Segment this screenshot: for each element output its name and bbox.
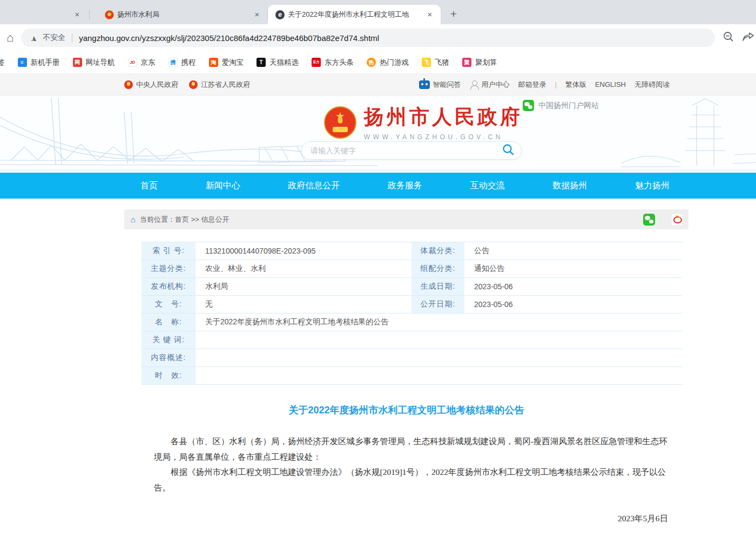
bookmark-label: 京东 (141, 58, 156, 67)
table-row: 发布机构: 水利局 生成日期: 2023-05-06 (141, 278, 683, 296)
bookmarks-bar: 机书签 ≡新机手册 网网址导航 JD京东 携携程 淘爱淘宝 T天猫精选 东方东方… (0, 51, 756, 74)
fliggy-bookmark-icon: 飞 (422, 58, 431, 67)
gov-emblem-icon (105, 10, 114, 19)
gov-link-label: 无障碍阅读 (634, 80, 670, 90)
meta-value: 关于2022年度扬州市水利工程文明工地考核结果的公告 (197, 314, 683, 331)
accessibility-link[interactable]: 无障碍阅读 (634, 80, 670, 90)
jiangsu-gov-link[interactable]: 江苏省人民政府 (189, 80, 250, 90)
breadcrumb: ⌂ 当前位置： 首页 >> 信息公开 (124, 209, 688, 229)
nav-data[interactable]: 数据扬州 (552, 173, 587, 199)
nav-services[interactable]: 政务服务 (388, 173, 422, 199)
smart-qa-link[interactable]: 智能问答 (419, 80, 461, 90)
close-icon[interactable]: × (424, 9, 435, 20)
table-row: 时 效: (141, 367, 683, 385)
warning-icon[interactable]: ▲! (30, 33, 39, 43)
table-row: 内容概述: (141, 349, 683, 367)
meta-value: 水利局 (197, 278, 410, 296)
home-icon[interactable]: ⌂ (131, 215, 136, 224)
browser-toolbar: ⌂ ▲! 不安全 yangzhou.gov.cn/yzszxxgk/slj/20… (0, 24, 756, 51)
bookmark-item[interactable]: 携携程 (168, 58, 196, 67)
site-logo[interactable]: 扬州市人民政府 WWW.YANGZHOU.GOV.CN (324, 104, 523, 141)
bookmark-item[interactable]: 飞飞猪 (422, 58, 449, 67)
bookmark-item[interactable]: 淘爱淘宝 (209, 58, 244, 67)
tab-active-announcement[interactable]: 关于2022年度扬州市水利工程文明工地 × (268, 5, 441, 24)
nav-site-bookmark-icon: 网 (73, 58, 82, 67)
home-icon[interactable]: ⌂ (6, 31, 14, 45)
table-row: 文 号: 无 公开日期: 2023-05-06 (141, 296, 683, 314)
search-icon[interactable] (502, 143, 515, 158)
bookmark-item[interactable]: ≡新机手册 (18, 58, 60, 67)
nav-charm[interactable]: 魅力扬州 (635, 173, 670, 199)
primary-nav: 首页 新闻中心 政府信息公开 政务服务 互动交流 数据扬州 魅力扬州 (0, 173, 756, 199)
user-icon (470, 80, 478, 89)
site-url: WWW.YANGZHOU.GOV.CN (364, 133, 523, 141)
bookmark-label: 热门游戏 (380, 58, 409, 67)
traditional-chinese-link[interactable]: 繁体版 (565, 80, 586, 90)
search-input[interactable] (310, 146, 502, 155)
share-icon[interactable] (742, 31, 755, 45)
browser-logo-icon (275, 10, 285, 19)
english-link[interactable]: ENGLISH (595, 80, 626, 88)
bookmark-item[interactable]: T天猫精选 (256, 58, 299, 67)
bookmark-label: 爱淘宝 (222, 58, 244, 67)
wechat-share-icon[interactable] (643, 214, 655, 226)
meta-value (197, 367, 683, 385)
meta-value: 无 (197, 296, 410, 314)
weibo-share-icon[interactable] (671, 214, 683, 226)
tab-partial[interactable]: × (0, 5, 97, 24)
meta-value: 2023-05-06 (465, 278, 681, 296)
portal-link[interactable]: 中国扬州门户网站 (523, 100, 599, 111)
toutiao-bookmark-icon: 东方 (312, 58, 321, 67)
bookmark-item[interactable]: 网网址导航 (73, 58, 115, 67)
meta-label: 主题分类: (141, 260, 197, 278)
bookmark-item[interactable]: 热热门游戏 (367, 58, 409, 67)
separator: | (555, 80, 557, 88)
gov-link-label: 江苏省人民政府 (201, 80, 250, 90)
tab-divider (89, 10, 90, 19)
article-title: 关于2022年度扬州市水利工程文明工地考核结果的公告 (124, 404, 688, 417)
zoom-out-icon[interactable] (723, 31, 734, 45)
article-paragraph: 各县（市、区）水利（务）局，扬州经济开发区城乡事务管理局，生态科技新城规划建设局… (154, 434, 668, 465)
bookmark-label: 天猫精选 (269, 58, 299, 67)
url-text[interactable]: yangzhou.gov.cn/yzszxxgk/slj/202305/210c… (79, 33, 379, 43)
site-name: 扬州市人民政府 (364, 104, 523, 131)
address-bar[interactable]: ▲! 不安全 yangzhou.gov.cn/yzszxxgk/slj/2023… (21, 29, 715, 47)
bookmark-item[interactable]: 东方东方头条 (312, 58, 354, 67)
article-body: 各县（市、区）水利（务）局，扬州经济开发区城乡事务管理局，生态科技新城规划建设局… (124, 434, 688, 538)
portal-label: 中国扬州门户网站 (538, 101, 599, 111)
meta-label: 体裁分类: (410, 242, 465, 260)
meta-label: 生成日期: (410, 278, 465, 296)
bookmark-label: 东方头条 (325, 58, 354, 67)
nav-info-disclosure[interactable]: 政府信息公开 (288, 173, 340, 199)
meta-label: 名 称: (141, 314, 197, 331)
bookmark-item[interactable]: 机书签 (0, 58, 5, 67)
nav-home[interactable]: 首页 (140, 173, 158, 199)
bookmark-label: 聚划算 (475, 58, 497, 67)
nav-news[interactable]: 新闻中心 (206, 173, 240, 199)
site-banner: 扬州市人民政府 WWW.YANGZHOU.GOV.CN 中国扬州门户网站 (0, 96, 756, 173)
close-icon[interactable]: × (72, 9, 83, 20)
games-bookmark-icon: 热 (367, 58, 376, 67)
user-center-link[interactable]: 用户中心 (470, 80, 510, 90)
gov-link-label: ENGLISH (595, 80, 626, 88)
meta-label: 内容概述: (141, 349, 197, 367)
bookmark-label: 网址导航 (86, 58, 115, 67)
mail-login-link[interactable]: 邮箱登录 (518, 80, 546, 90)
table-row: 名 称: 关于2022年度扬州市水利工程文明工地考核结果的公告 (141, 314, 683, 331)
wechat-icon (523, 100, 534, 111)
central-gov-link[interactable]: 中央人民政府 (124, 80, 178, 90)
bookmark-item[interactable]: JD京东 (128, 58, 156, 67)
close-icon[interactable]: × (252, 9, 262, 20)
meta-label: 时 效: (141, 367, 197, 385)
ctrip-bookmark-icon: 携 (168, 58, 178, 67)
tab-shuiliju[interactable]: 扬州市水利局 × (97, 5, 268, 24)
breadcrumb-path[interactable]: 首页 >> 信息公开 (175, 215, 229, 224)
manual-bookmark-icon: ≡ (18, 58, 27, 67)
gov-link-label: 繁体版 (565, 80, 586, 90)
bookmark-item[interactable]: 聚聚划算 (462, 58, 497, 67)
nav-interaction[interactable]: 互动交流 (470, 173, 505, 199)
meta-value: 公告 (465, 242, 681, 260)
bookmark-label: 新机手册 (31, 58, 60, 67)
main-content: ⌂ 当前位置： 首页 >> 信息公开 索 引 号: 11321000014407… (124, 209, 688, 538)
new-tab-button[interactable]: + (446, 7, 461, 22)
